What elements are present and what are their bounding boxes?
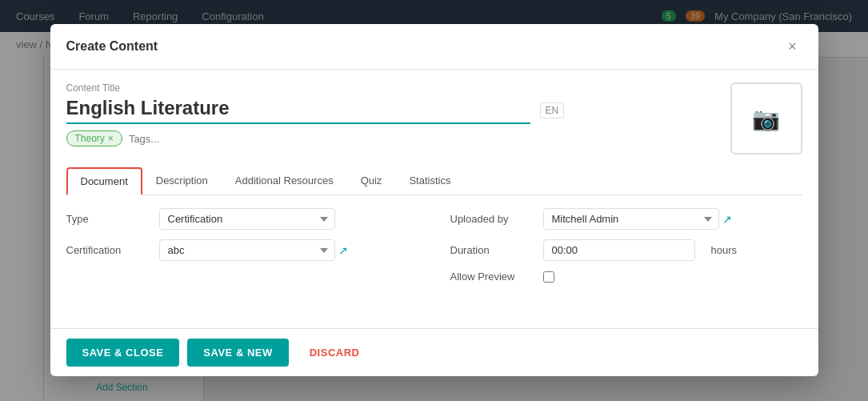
modal-close-button[interactable]: ×	[783, 37, 802, 56]
tab-statistics[interactable]: Statistics	[395, 167, 464, 195]
content-title-input[interactable]	[66, 97, 530, 124]
uploaded-by-external-link-icon[interactable]: ↗	[722, 213, 732, 226]
tabs-row: Document Description Additional Resource…	[66, 167, 802, 195]
form-grid: Type Certification Certification abc ↗	[66, 208, 802, 283]
save-new-button[interactable]: SAVE & NEW	[187, 339, 288, 367]
certification-external-link-icon[interactable]: ↗	[338, 244, 348, 257]
uploaded-by-label: Uploaded by	[450, 213, 530, 225]
modal-header: Create Content ×	[50, 24, 818, 70]
lang-badge: EN	[540, 102, 565, 118]
tab-additional-resources[interactable]: Additional Resources	[222, 167, 347, 195]
tag-theory: Theory ×	[66, 130, 122, 146]
duration-row: Duration hours	[450, 239, 802, 261]
discard-button[interactable]: DISCARD	[297, 339, 373, 367]
camera-icon: 📷	[752, 106, 780, 132]
tab-description[interactable]: Description	[142, 167, 222, 195]
thumbnail-upload[interactable]: 📷	[730, 82, 802, 154]
uploaded-by-select[interactable]: Mitchell Admin	[543, 208, 719, 230]
uploaded-by-row: Uploaded by Mitchell Admin ↗	[450, 208, 802, 230]
modal-footer: SAVE & CLOSE SAVE & NEW DISCARD	[50, 328, 818, 376]
modal: Create Content × Content Title EN Theory…	[50, 24, 818, 376]
content-title-label: Content Title	[66, 82, 730, 94]
type-label: Type	[66, 213, 146, 225]
modal-overlay: Create Content × Content Title EN Theory…	[0, 0, 868, 401]
allow-preview-label: Allow Preview	[450, 271, 530, 283]
tags-input[interactable]	[129, 133, 263, 145]
tag-theory-close[interactable]: ×	[108, 133, 114, 144]
tab-document[interactable]: Document	[66, 167, 142, 195]
content-title-section: Content Title EN Theory × 📷	[66, 82, 802, 154]
allow-preview-row: Allow Preview	[450, 271, 802, 283]
modal-title: Create Content	[66, 39, 158, 54]
type-row: Type Certification	[66, 208, 418, 230]
form-right: Uploaded by Mitchell Admin ↗ Duration ho…	[450, 208, 802, 283]
certification-select[interactable]: abc	[159, 239, 335, 261]
certification-row: Certification abc ↗	[66, 239, 418, 261]
type-select[interactable]: Certification	[159, 208, 335, 230]
save-close-button[interactable]: SAVE & CLOSE	[66, 339, 180, 367]
duration-label: Duration	[450, 244, 530, 256]
tab-quiz[interactable]: Quiz	[347, 167, 396, 195]
hours-label: hours	[711, 244, 738, 256]
modal-body: Content Title EN Theory × 📷	[50, 70, 818, 328]
certification-label: Certification	[66, 244, 146, 256]
form-left: Type Certification Certification abc ↗	[66, 208, 418, 283]
duration-input[interactable]	[543, 239, 695, 261]
allow-preview-checkbox[interactable]	[543, 271, 554, 283]
